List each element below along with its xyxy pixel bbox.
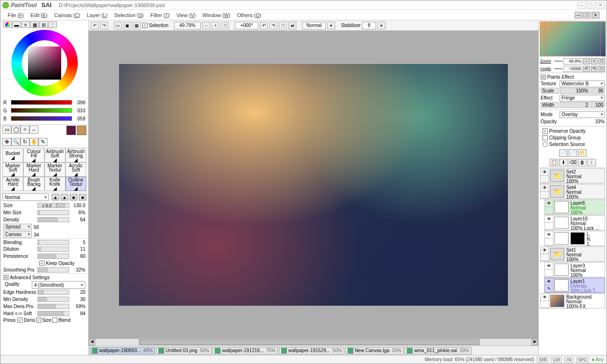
color-rgb-tab[interactable]: ▬ xyxy=(12,21,21,28)
nav-rot-ccw-button[interactable]: ↶ xyxy=(583,66,590,72)
selection-source-radio[interactable] xyxy=(543,142,548,147)
edge-slider[interactable] xyxy=(37,290,69,295)
minsize-slider[interactable] xyxy=(37,210,69,215)
doc-tab[interactable]: wallpaper-190893...49% xyxy=(90,347,155,355)
blend-mode-field[interactable]: Normal xyxy=(302,22,326,29)
menu-selection[interactable]: Selection (S) xyxy=(114,12,144,18)
menu-others[interactable]: Others (O) xyxy=(237,12,261,18)
visibility-toggle[interactable]: 👁 xyxy=(545,231,553,238)
flip-button[interactable]: ⇄ xyxy=(288,22,296,29)
angle-field[interactable]: +000° xyxy=(235,22,258,29)
blending-slider[interactable] xyxy=(37,240,69,245)
layer-item[interactable]: 👁L.N.1. xyxy=(544,231,605,246)
showsel-button[interactable]: ▦ xyxy=(133,22,141,29)
brush-backg[interactable]: Brush Backg◢ xyxy=(23,177,44,191)
layer-item[interactable]: 👁Layer6Normal100% xyxy=(544,200,605,215)
scale-value[interactable]: 150% xyxy=(560,88,589,94)
b-slider[interactable] xyxy=(11,116,72,121)
rect-select-tool[interactable]: ▭ xyxy=(2,126,11,134)
layer-item[interactable]: 👁✎Layer1Overlay33% Lock T... xyxy=(544,278,605,293)
magic-wand-tool[interactable]: ✧ xyxy=(20,126,29,134)
brush-knife[interactable]: Knife Knife◢ xyxy=(45,177,65,191)
zoom-out-button[interactable]: − xyxy=(202,22,210,29)
visibility-toggle[interactable]: 👁 xyxy=(545,200,553,207)
brush-airbrush-strong[interactable]: Airbrush Strong◢ xyxy=(65,148,86,163)
layer-item[interactable]: 👁Layer3Normal100% xyxy=(544,262,605,277)
width-value[interactable]: 2 xyxy=(560,102,589,108)
rotate-reset-button[interactable]: □ xyxy=(279,22,287,29)
horizontal-scrollbar[interactable]: ◀ ▶ xyxy=(89,339,538,346)
doc-tab[interactable]: wallpaper-191218...75% xyxy=(212,347,278,355)
delete-layer-button[interactable]: 🗑 xyxy=(578,159,587,166)
g-slider[interactable] xyxy=(11,108,72,113)
close-button[interactable]: ✕ xyxy=(596,2,605,9)
zoom-field[interactable]: 49.78% xyxy=(174,22,201,29)
brush-colour-fill[interactable]: Colour Fill◢ xyxy=(23,148,44,163)
width-value2[interactable]: 100 xyxy=(590,102,605,108)
redo-button[interactable]: ↷ xyxy=(100,22,108,29)
scroll-right-button[interactable]: ▶ xyxy=(532,339,538,346)
clipping-group-checkbox[interactable] xyxy=(543,135,548,140)
nav-zoom-out-button[interactable]: − xyxy=(583,58,590,64)
brush-marker-soft[interactable]: Marker Soft◢ xyxy=(2,163,23,177)
mode-select[interactable]: Overlay▼ xyxy=(560,111,605,118)
canvas-viewport[interactable] xyxy=(89,31,538,339)
sub-minimize-button[interactable]: — xyxy=(575,12,582,18)
press-size-checkbox[interactable]: ✓ xyxy=(36,318,41,323)
brush-acrylic-hard[interactable]: Acrylic Hard◢ xyxy=(2,177,23,191)
layer-item[interactable]: 👁📁Set2Normal100% xyxy=(540,168,605,183)
deselect-button[interactable]: ▭ xyxy=(114,22,122,29)
density-slider[interactable] xyxy=(37,217,69,222)
blend-menu-button[interactable]: ▾ xyxy=(327,22,335,29)
new-linework-button[interactable]: 📄 xyxy=(569,149,577,157)
color-wheel-tab[interactable] xyxy=(3,21,12,28)
menu-file[interactable]: File (F) xyxy=(8,12,24,18)
smoothing-slider[interactable] xyxy=(37,267,69,273)
brush-bucket[interactable]: Bucket◢ xyxy=(2,148,23,163)
rotate-tool[interactable]: ↻ xyxy=(20,138,29,146)
hand-tool[interactable]: ✋ xyxy=(29,138,38,146)
copy-layer-button[interactable]: 📋 xyxy=(550,159,558,166)
transfer-button[interactable]: ↕ xyxy=(588,159,596,166)
nav-zoom-value[interactable]: 49.8% xyxy=(563,58,582,64)
visibility-toggle[interactable]: 👁 xyxy=(541,294,549,301)
color-scratchpad-tab[interactable]: ⋮ xyxy=(48,21,57,28)
visibility-toggle[interactable]: 👁 xyxy=(545,278,553,285)
press-blend-checkbox[interactable] xyxy=(52,318,57,323)
doc-tab[interactable]: wallpaper-191529...50% xyxy=(279,347,344,355)
doc-tab[interactable]: wma_011_pinkie.sai33% xyxy=(405,347,471,355)
stabilizer-menu-button[interactable]: ▾ xyxy=(377,22,386,29)
dilution-slider[interactable] xyxy=(37,246,69,252)
sub-maximize-button[interactable]: □ xyxy=(583,12,591,18)
lasso-tool[interactable]: ◯ xyxy=(11,126,20,134)
color-wheel[interactable] xyxy=(11,30,78,96)
move-tool[interactable]: ↔ xyxy=(29,126,38,134)
tip-flat-icon[interactable]: ▲ xyxy=(61,194,68,200)
press-dens-checkbox[interactable]: ✓ xyxy=(18,318,23,323)
nav-zoom-reset-button[interactable]: □ xyxy=(598,58,605,64)
size-x-field[interactable]: x 5.0 xyxy=(37,203,56,208)
persistence-slider[interactable] xyxy=(37,254,69,259)
visibility-toggle[interactable]: 👁 xyxy=(541,169,549,176)
scale-value2[interactable]: 36 xyxy=(590,88,605,94)
canvas-image[interactable] xyxy=(119,64,508,306)
visibility-toggle[interactable]: 👁 xyxy=(545,263,553,270)
visibility-toggle[interactable]: 👁 xyxy=(541,184,549,191)
menu-view[interactable]: View (V) xyxy=(176,12,196,18)
visibility-toggle[interactable]: 👁 xyxy=(541,247,549,254)
tip-round-icon[interactable]: ▲ xyxy=(52,194,59,200)
minimize-button[interactable]: — xyxy=(577,2,586,9)
hardsoft-slider[interactable] xyxy=(37,311,69,316)
tip-square-icon[interactable]: ■ xyxy=(70,194,77,200)
nav-rot-reset-button[interactable]: □ xyxy=(598,66,605,72)
nav-rot-cw-button[interactable]: ↷ xyxy=(591,66,598,72)
menu-window[interactable]: Window (W) xyxy=(202,12,230,18)
maxdens-slider[interactable] xyxy=(37,304,69,309)
color-hsv-tab[interactable]: ≡ xyxy=(21,21,30,28)
fg-color-swatch[interactable] xyxy=(66,126,76,135)
doc-tab[interactable]: Untitled 03.png50% xyxy=(156,347,212,355)
layer-item[interactable]: 👁BackgroundNormal100% FX xyxy=(540,293,605,309)
new-layer-button[interactable]: 📄 xyxy=(559,149,568,157)
bg-color-swatch[interactable] xyxy=(77,126,86,135)
keep-opacity-checkbox[interactable]: ✓ xyxy=(39,261,45,266)
